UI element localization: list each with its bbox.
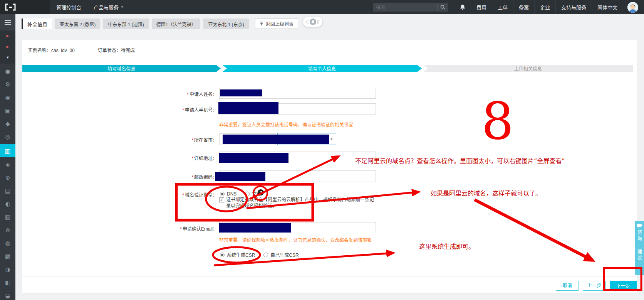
search-icon[interactable]: [437, 5, 445, 10]
prev-step-button[interactable]: 上一步: [583, 281, 606, 291]
half-circle-icon[interactable]: ◐: [0, 198, 15, 210]
console-screen-icon[interactable]: ▣: [0, 105, 15, 116]
layers-icon[interactable]: ▤: [0, 185, 15, 197]
products-menu-label: 产品与服务: [94, 3, 119, 11]
console-home-link[interactable]: 管理控制台: [50, 0, 87, 14]
province-label: *所在省市：: [152, 137, 217, 143]
grid-shield-icon[interactable]: ▦: [0, 211, 15, 223]
applicant-name-label: *申请人姓名：: [152, 91, 217, 97]
instance-name-value: cas_idv_00: [51, 48, 75, 53]
split-square-icon[interactable]: ◧: [0, 277, 15, 288]
monitor-eye-icon[interactable]: ◉: [0, 92, 15, 103]
menu-enterprise-label: 企业: [540, 3, 550, 11]
pattern-grid-icon[interactable]: ▩: [0, 251, 15, 262]
tab-complete-info[interactable]: 补全信息: [22, 19, 52, 29]
bind-domain-checkbox-text: 证书绑定的域名在【阿里云的云解析】产品中，授权系统自动添加一条记录以完成域名授权…: [226, 197, 375, 209]
bell-icon: [460, 4, 465, 10]
menu-support-label: 支持与服务: [561, 3, 586, 11]
upload-arrow-icon: [260, 22, 263, 26]
bell-circle-icon: [310, 19, 316, 25]
redaction-blob-email: [219, 223, 291, 233]
network-plus-icon[interactable]: ⊕: [0, 172, 15, 184]
avatar[interactable]: [627, 2, 638, 13]
menu-icp-label: 备案: [519, 3, 529, 11]
shield-peak-icon[interactable]: ◆: [0, 118, 15, 130]
instance-name-label: 实例名称：: [28, 48, 51, 53]
tab-region-sydney[interactable]: 亚太东南 2 (悉尼): [55, 19, 100, 29]
chevron-down-icon: ▼: [121, 5, 124, 9]
page-tabs: 补全信息 亚太东南 2 (悉尼) 中东东部 1 (迪拜) 德国1（法兰克福） 亚…: [22, 19, 298, 29]
verify-type-label: *域名验证类型：: [152, 191, 217, 198]
search-input[interactable]: [376, 5, 434, 10]
top-navbar: 管理控制台 产品与服务 ▼ 费用 工单 备案 企业 支持与服务 简体中文: [0, 0, 644, 14]
confirm-email-label: *申请确认Email：: [152, 225, 217, 232]
menu-icp[interactable]: 备案: [513, 0, 534, 14]
tab-region-frankfurt[interactable]: 德国1（法兰克福）: [152, 19, 201, 29]
tab-region-dubai[interactable]: 中东东部 1 (迪拜): [103, 19, 148, 29]
redaction-blob-name: [220, 89, 262, 96]
step-domain-info: 填写域名信息: [22, 65, 221, 72]
certificate-service-icon[interactable]: ▥: [0, 144, 15, 157]
footer-divider: [22, 276, 637, 276]
select-caret-icon: ▼: [330, 137, 333, 141]
disc-icon[interactable]: ◍: [0, 238, 15, 249]
half-circle-2-icon[interactable]: ◑: [0, 264, 15, 275]
feedback-widget[interactable]: 咨询·建议: [635, 221, 644, 275]
order-status-label: 订单状态：: [98, 48, 121, 53]
pill-left-marks: ((: [306, 20, 309, 24]
global-search[interactable]: [373, 3, 448, 12]
menu-language-label: 简体中文: [597, 3, 617, 11]
nav-expand-1-icon[interactable]: ▶: [0, 30, 15, 41]
menu-support[interactable]: 支持与服务: [555, 0, 592, 14]
self-csr-radio[interactable]: [263, 253, 268, 257]
half-disc-icon[interactable]: ◒: [0, 290, 15, 300]
address-label: *详细地址：: [152, 155, 217, 161]
tab-region-tokyo[interactable]: 亚太东北 1 (东京): [203, 19, 248, 29]
menu-billing[interactable]: 费用: [471, 0, 492, 14]
cross-circle-icon[interactable]: ⊗: [0, 224, 15, 236]
system-csr-label: 系统生成CSR: [227, 251, 255, 258]
menu-toggle-icon[interactable]: [0, 14, 15, 30]
home-dot-icon[interactable]: ●: [0, 66, 15, 77]
menu-language[interactable]: 简体中文: [592, 0, 623, 14]
redaction-blob-province: [223, 135, 329, 144]
progress-steps: 填写域名信息 填写个人信息 上传相关信息: [22, 65, 634, 72]
cloud-brackets-icon: [5, 3, 16, 11]
nav-expand-2-icon[interactable]: ▶: [0, 41, 15, 52]
console-home-label: 管理控制台: [56, 3, 81, 11]
instance-info-row: 实例名称：cas_idv_00订单状态：待完成: [28, 47, 135, 53]
nav-collapse-icon[interactable]: ▼: [0, 52, 15, 63]
step-personal-info: 填写个人信息: [222, 65, 422, 72]
back-to-list-button[interactable]: 返回上级列表: [255, 19, 298, 29]
dns-radio[interactable]: [220, 192, 225, 196]
bind-domain-checkbox[interactable]: ✓: [219, 197, 224, 202]
step-upload-info: 上传相关信息: [423, 65, 633, 72]
redaction-blob-postal: [215, 172, 265, 181]
menu-tickets[interactable]: 工单: [492, 0, 513, 14]
system-csr-radio[interactable]: [220, 253, 225, 257]
menu-enterprise[interactable]: 企业: [534, 0, 555, 14]
products-menu[interactable]: 产品与服务 ▼: [87, 0, 130, 14]
menu-tickets-label: 工单: [498, 3, 508, 11]
back-to-list-label: 返回上级列表: [266, 20, 293, 27]
menu-billing-label: 费用: [476, 3, 486, 11]
cancel-button[interactable]: 取消: [556, 281, 579, 291]
account-target-icon[interactable]: ◎: [0, 131, 15, 143]
next-step-button[interactable]: 下一步: [610, 281, 637, 291]
notification-pill[interactable]: (( )): [303, 17, 322, 27]
security-shield-icon[interactable]: ◈: [0, 159, 15, 170]
file-radio[interactable]: [245, 192, 250, 196]
email-important-note: 非常重要，请确保邮箱可收发邮件，证书信息的确认、变改都会发到该邮箱: [219, 236, 372, 243]
alibaba-cloud-logo[interactable]: [0, 0, 50, 14]
settings-gear-icon[interactable]: ⚙: [0, 79, 15, 90]
help-question-icon[interactable]: ?: [258, 189, 264, 196]
redaction-blob-phone: [218, 102, 278, 114]
phone-important-note: 非常重要，签证人员会拨打该电话号码，确认证书验证的相关事宜: [219, 121, 353, 128]
chat-bubble-icon: [637, 224, 642, 228]
redaction-blob-address: [219, 153, 288, 163]
self-csr-label: 自己生成CSR: [270, 251, 299, 258]
left-sidebar: ▶ ▶ ▼ ● ⚙ ◉ ▣ ◆ ◎ ▥ ◈ ⊕ ▤ ◐ ▦ ⊗ ◍ ▩ ◑ ◧ …: [0, 14, 15, 300]
feedback-widget-label: 咨询·建议: [636, 230, 643, 261]
notifications-bell[interactable]: [454, 0, 471, 14]
applicant-phone-label: *申请人手机号：: [152, 106, 217, 113]
